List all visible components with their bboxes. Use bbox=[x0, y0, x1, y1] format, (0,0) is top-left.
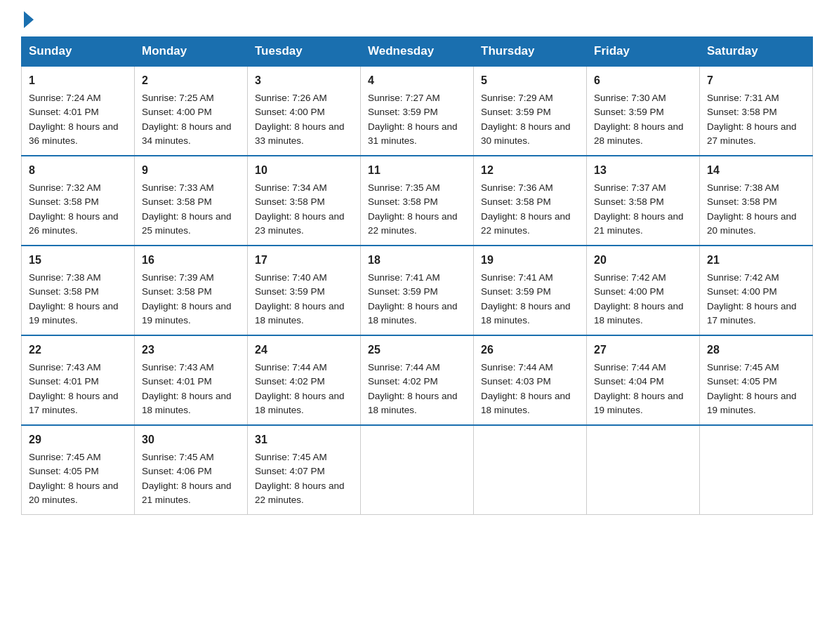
day-number: 26 bbox=[481, 342, 579, 358]
header-thursday: Thursday bbox=[474, 37, 587, 67]
calendar-cell: 3Sunrise: 7:26 AMSunset: 4:00 PMDaylight… bbox=[248, 66, 361, 156]
logo bbox=[21, 14, 34, 25]
day-number: 22 bbox=[29, 342, 127, 358]
calendar-cell: 1Sunrise: 7:24 AMSunset: 4:01 PMDaylight… bbox=[22, 66, 135, 156]
day-number: 17 bbox=[255, 252, 353, 269]
week-row-2: 8Sunrise: 7:32 AMSunset: 3:58 PMDaylight… bbox=[22, 156, 813, 246]
calendar-cell: 31Sunrise: 7:45 AMSunset: 4:07 PMDayligh… bbox=[248, 425, 361, 515]
calendar-cell bbox=[474, 425, 587, 515]
calendar-table: SundayMondayTuesdayWednesdayThursdayFrid… bbox=[21, 36, 813, 515]
calendar-cell: 4Sunrise: 7:27 AMSunset: 3:59 PMDaylight… bbox=[361, 66, 474, 156]
page-header bbox=[21, 14, 813, 25]
calendar-cell: 6Sunrise: 7:30 AMSunset: 3:59 PMDaylight… bbox=[587, 66, 700, 156]
calendar-cell: 9Sunrise: 7:33 AMSunset: 3:58 PMDaylight… bbox=[135, 156, 248, 246]
calendar-cell bbox=[587, 425, 700, 515]
calendar-cell: 18Sunrise: 7:41 AMSunset: 3:59 PMDayligh… bbox=[361, 246, 474, 335]
calendar-cell: 16Sunrise: 7:39 AMSunset: 3:58 PMDayligh… bbox=[135, 246, 248, 335]
calendar-cell: 29Sunrise: 7:45 AMSunset: 4:05 PMDayligh… bbox=[22, 425, 135, 515]
day-number: 21 bbox=[707, 252, 805, 269]
day-number: 19 bbox=[481, 252, 579, 269]
day-number: 23 bbox=[142, 342, 240, 358]
header-sunday: Sunday bbox=[22, 37, 135, 67]
day-number: 10 bbox=[255, 162, 353, 179]
day-number: 4 bbox=[368, 72, 466, 89]
calendar-cell: 25Sunrise: 7:44 AMSunset: 4:02 PMDayligh… bbox=[361, 335, 474, 425]
week-row-4: 22Sunrise: 7:43 AMSunset: 4:01 PMDayligh… bbox=[22, 335, 813, 425]
calendar-cell: 23Sunrise: 7:43 AMSunset: 4:01 PMDayligh… bbox=[135, 335, 248, 425]
day-number: 18 bbox=[368, 252, 466, 269]
day-number: 31 bbox=[255, 431, 353, 448]
calendar-cell: 8Sunrise: 7:32 AMSunset: 3:58 PMDaylight… bbox=[22, 156, 135, 246]
calendar-cell: 22Sunrise: 7:43 AMSunset: 4:01 PMDayligh… bbox=[22, 335, 135, 425]
day-number: 8 bbox=[29, 162, 127, 179]
calendar-cell: 30Sunrise: 7:45 AMSunset: 4:06 PMDayligh… bbox=[135, 425, 248, 515]
calendar-cell: 20Sunrise: 7:42 AMSunset: 4:00 PMDayligh… bbox=[587, 246, 700, 335]
week-row-1: 1Sunrise: 7:24 AMSunset: 4:01 PMDaylight… bbox=[22, 66, 813, 156]
header-tuesday: Tuesday bbox=[248, 37, 361, 67]
calendar-cell: 13Sunrise: 7:37 AMSunset: 3:58 PMDayligh… bbox=[587, 156, 700, 246]
calendar-cell: 17Sunrise: 7:40 AMSunset: 3:59 PMDayligh… bbox=[248, 246, 361, 335]
calendar-cell: 15Sunrise: 7:38 AMSunset: 3:58 PMDayligh… bbox=[22, 246, 135, 335]
calendar-cell: 7Sunrise: 7:31 AMSunset: 3:58 PMDaylight… bbox=[700, 66, 813, 156]
day-number: 5 bbox=[481, 72, 579, 89]
calendar-cell: 24Sunrise: 7:44 AMSunset: 4:02 PMDayligh… bbox=[248, 335, 361, 425]
day-number: 13 bbox=[594, 162, 692, 179]
header-saturday: Saturday bbox=[700, 37, 813, 67]
logo-arrow-icon bbox=[24, 11, 34, 28]
week-row-5: 29Sunrise: 7:45 AMSunset: 4:05 PMDayligh… bbox=[22, 425, 813, 515]
calendar-cell: 19Sunrise: 7:41 AMSunset: 3:59 PMDayligh… bbox=[474, 246, 587, 335]
header-wednesday: Wednesday bbox=[361, 37, 474, 67]
calendar-cell: 2Sunrise: 7:25 AMSunset: 4:00 PMDaylight… bbox=[135, 66, 248, 156]
calendar-cell: 14Sunrise: 7:38 AMSunset: 3:58 PMDayligh… bbox=[700, 156, 813, 246]
calendar-cell bbox=[361, 425, 474, 515]
day-number: 2 bbox=[142, 72, 240, 89]
day-number: 20 bbox=[594, 252, 692, 269]
day-number: 1 bbox=[29, 72, 127, 89]
day-number: 15 bbox=[29, 252, 127, 269]
calendar-cell: 26Sunrise: 7:44 AMSunset: 4:03 PMDayligh… bbox=[474, 335, 587, 425]
day-number: 29 bbox=[29, 431, 127, 448]
calendar-cell: 10Sunrise: 7:34 AMSunset: 3:58 PMDayligh… bbox=[248, 156, 361, 246]
day-number: 9 bbox=[142, 162, 240, 179]
day-number: 6 bbox=[594, 72, 692, 89]
calendar-cell: 12Sunrise: 7:36 AMSunset: 3:58 PMDayligh… bbox=[474, 156, 587, 246]
day-number: 3 bbox=[255, 72, 353, 89]
header-monday: Monday bbox=[135, 37, 248, 67]
day-number: 28 bbox=[707, 342, 805, 358]
calendar-cell: 21Sunrise: 7:42 AMSunset: 4:00 PMDayligh… bbox=[700, 246, 813, 335]
header-friday: Friday bbox=[587, 37, 700, 67]
calendar-header-row: SundayMondayTuesdayWednesdayThursdayFrid… bbox=[22, 37, 813, 67]
calendar-cell: 28Sunrise: 7:45 AMSunset: 4:05 PMDayligh… bbox=[700, 335, 813, 425]
calendar-cell: 27Sunrise: 7:44 AMSunset: 4:04 PMDayligh… bbox=[587, 335, 700, 425]
day-number: 7 bbox=[707, 72, 805, 89]
week-row-3: 15Sunrise: 7:38 AMSunset: 3:58 PMDayligh… bbox=[22, 246, 813, 335]
calendar-cell: 5Sunrise: 7:29 AMSunset: 3:59 PMDaylight… bbox=[474, 66, 587, 156]
calendar-cell: 11Sunrise: 7:35 AMSunset: 3:58 PMDayligh… bbox=[361, 156, 474, 246]
day-number: 30 bbox=[142, 431, 240, 448]
day-number: 24 bbox=[255, 342, 353, 358]
day-number: 14 bbox=[707, 162, 805, 179]
day-number: 27 bbox=[594, 342, 692, 358]
calendar-cell bbox=[700, 425, 813, 515]
day-number: 12 bbox=[481, 162, 579, 179]
day-number: 11 bbox=[368, 162, 466, 179]
day-number: 16 bbox=[142, 252, 240, 269]
day-number: 25 bbox=[368, 342, 466, 358]
